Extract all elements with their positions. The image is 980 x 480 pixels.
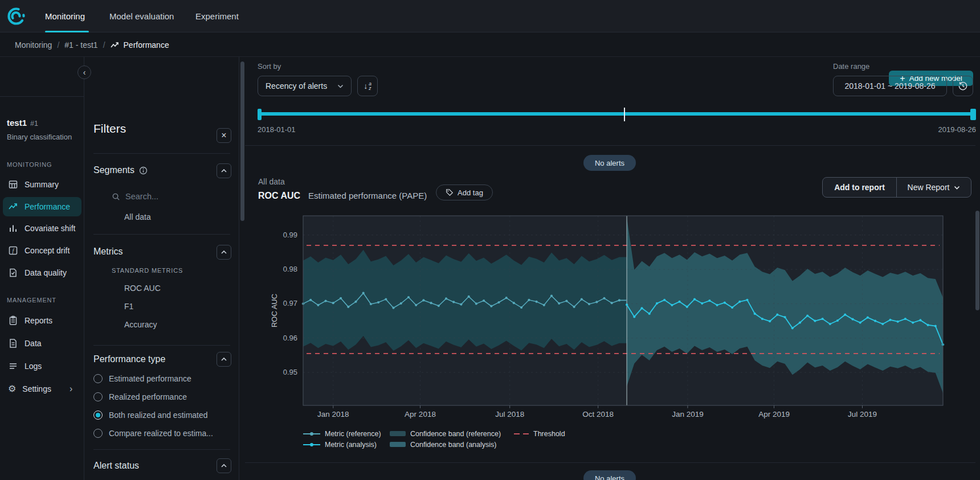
legend-label: Confidence band (reference) <box>410 430 501 438</box>
chevron-down-icon <box>337 84 344 88</box>
new-report-button[interactable]: New Report <box>897 178 971 197</box>
radio-label: Realized performance <box>109 392 187 401</box>
history-reset-button[interactable] <box>953 76 973 96</box>
sort-select-value: Recency of alerts <box>266 81 327 91</box>
sidebar-item-settings[interactable]: ⚙ Settings › <box>0 379 84 399</box>
metrics-group-label: STANDARD METRICS <box>112 267 183 274</box>
svg-text:0.97: 0.97 <box>283 299 297 307</box>
sort-select[interactable]: Recency of alerts <box>258 76 352 96</box>
sidebar-section-management: MANAGEMENT <box>7 297 56 303</box>
radio-label: Both realized and estimated <box>109 411 208 420</box>
sidebar-item-performance[interactable]: Performance <box>3 197 81 216</box>
chart-segment-label: All data <box>258 177 285 186</box>
metric-item-f1[interactable]: F1 <box>124 302 133 311</box>
chevron-down-icon <box>954 186 960 190</box>
segments-section-title: Segments <box>93 165 148 175</box>
legend-metric-analysis[interactable]: Metric (analysis) <box>303 441 390 449</box>
nav-tab-model-evaluation[interactable]: Model evaluation <box>109 0 174 32</box>
sidebar-item-data-quality[interactable]: Data quality <box>0 263 84 282</box>
metric-item-roc-auc[interactable]: ROC AUC <box>124 284 161 293</box>
add-tag-button[interactable]: Add tag <box>436 184 493 200</box>
svg-text:0.95: 0.95 <box>283 368 297 376</box>
sidebar-item-logs[interactable]: Logs <box>0 356 84 376</box>
performance-type-collapse-button[interactable] <box>217 352 231 367</box>
radio-both-realized-and-estimated[interactable]: Both realized and estimated <box>93 410 236 420</box>
trend-icon <box>8 202 18 212</box>
sidebar-item-summary[interactable]: Summary <box>0 175 84 194</box>
svg-text:Apr 2019: Apr 2019 <box>758 410 790 419</box>
sidebar-item-covariate-shift[interactable]: Covariate shift <box>0 219 84 238</box>
sidebar: test1#1 Binary classification MONITORING… <box>0 57 84 480</box>
app-window: Monitoring Model evaluation Experiment M… <box>0 0 980 480</box>
no-alerts-badge: No alerts <box>583 155 636 171</box>
breadcrumb-bar: Monitoring / #1 - test1 / Performance + … <box>0 33 980 57</box>
sidebar-item-data[interactable]: Data <box>0 334 84 353</box>
filters-close-button[interactable]: × <box>217 128 231 143</box>
model-type: Binary classification <box>7 133 72 141</box>
radio-estimated-performance[interactable]: Estimated performance <box>93 374 236 384</box>
breadcrumb-separator: / <box>57 40 59 50</box>
sort-az-icon: ↓ <box>364 81 368 91</box>
radio-label: Compare realized to estima... <box>109 429 213 438</box>
document-check-icon <box>8 268 18 278</box>
time-range-slider-track[interactable] <box>258 112 976 116</box>
divider <box>245 462 975 463</box>
breadcrumb: Monitoring / #1 - test1 / Performance <box>15 33 169 57</box>
sidebar-item-reports[interactable]: Reports <box>0 311 84 330</box>
history-icon <box>958 81 968 91</box>
radio-realized-performance[interactable]: Realized performance <box>93 392 236 402</box>
breadcrumb-model[interactable]: #1 - test1 <box>64 40 97 50</box>
performance-chart[interactable]: 0.950.960.970.980.99Jan 2018Apr 2018Jul … <box>262 212 952 421</box>
sidebar-item-label: Settings <box>22 384 51 393</box>
add-to-report-button[interactable]: Add to report <box>823 178 897 197</box>
slider-reference-split-tick <box>624 108 625 121</box>
nav-tab-monitoring[interactable]: Monitoring <box>45 0 85 32</box>
legend-threshold[interactable]: Threshold <box>514 430 565 438</box>
radio-icon <box>93 429 103 438</box>
legend-band-swatch <box>390 431 406 436</box>
sidebar-item-label: Performance <box>24 202 70 211</box>
legend-band-reference[interactable]: Confidence band (reference) <box>390 430 514 438</box>
logs-icon <box>8 361 18 371</box>
sort-direction-button[interactable]: ↓ az <box>357 76 378 96</box>
no-alerts-badge-partial: No alerts <box>583 470 636 480</box>
function-icon: f <box>8 245 18 256</box>
svg-text:f: f <box>13 248 15 254</box>
legend-metric-reference[interactable]: Metric (reference) <box>303 430 390 438</box>
sidebar-item-concept-drift[interactable]: f Concept drift <box>0 241 84 260</box>
svg-text:Jul 2018: Jul 2018 <box>495 410 524 419</box>
filters-scrollbar-thumb[interactable] <box>240 61 244 221</box>
legend-band-analysis[interactable]: Confidence band (analysis) <box>390 441 514 449</box>
divider <box>0 96 84 97</box>
table-icon <box>8 179 18 190</box>
active-tab-underline <box>45 31 89 32</box>
segment-search-input[interactable] <box>125 192 211 201</box>
slider-handle-start[interactable] <box>258 109 262 120</box>
close-icon: × <box>221 130 226 141</box>
metric-item-accuracy[interactable]: Accuracy <box>124 320 157 329</box>
divider <box>245 145 975 146</box>
segment-item-all-data[interactable]: All data <box>124 212 151 221</box>
segments-collapse-button[interactable] <box>217 163 231 178</box>
legend-band-swatch <box>390 442 406 447</box>
alert-status-collapse-button[interactable] <box>217 458 231 473</box>
svg-text:Oct 2018: Oct 2018 <box>582 410 614 419</box>
legend-label: Metric (reference) <box>325 430 381 438</box>
nav-tab-experiment[interactable]: Experiment <box>195 0 239 32</box>
slider-handle-end[interactable] <box>970 109 976 120</box>
date-range-input[interactable]: 2018-01-01 ~ 2019-08-26 <box>833 76 947 96</box>
nannyml-logo-icon[interactable] <box>7 7 26 26</box>
page-scrollbar-thumb[interactable] <box>975 211 979 310</box>
breadcrumb-root[interactable]: Monitoring <box>15 40 52 50</box>
legend-line-swatch <box>303 444 320 445</box>
chevron-up-icon <box>220 463 227 468</box>
metrics-section-title: Metrics <box>93 247 123 257</box>
sidebar-collapse-button[interactable]: ‹ <box>77 65 91 79</box>
sidebar-item-label: Reports <box>24 316 52 325</box>
radio-compare-realized-to-estimated[interactable]: Compare realized to estima... <box>93 428 236 438</box>
svg-text:ROC AUC: ROC AUC <box>270 294 279 327</box>
slider-end-date: 2019-08-26 <box>891 125 976 134</box>
metrics-collapse-button[interactable] <box>217 245 231 260</box>
chart-metric-method: Estimated performance (PAPE) <box>308 191 427 200</box>
search-icon <box>112 192 120 201</box>
